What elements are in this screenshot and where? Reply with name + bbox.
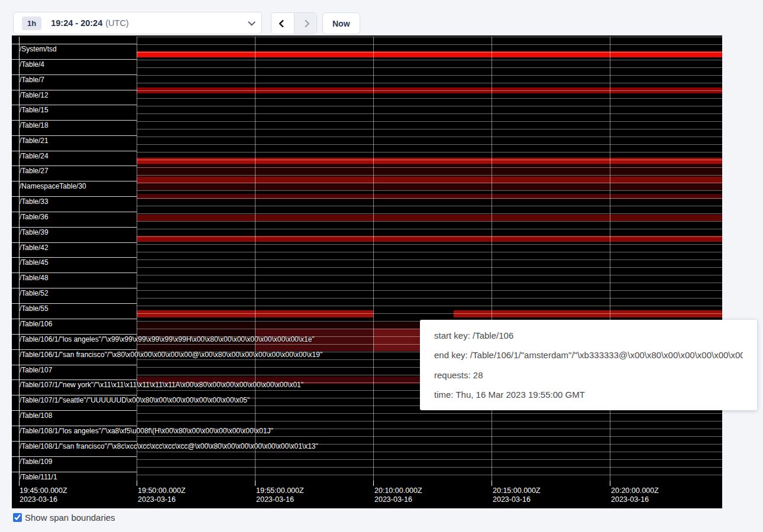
span-boundary-line — [12, 105, 137, 105]
row-label: /Table/24 — [20, 153, 49, 160]
grid-line-vertical — [255, 37, 256, 482]
range-duration-badge: 1h — [22, 17, 41, 30]
row-label: /Table/27 — [20, 167, 49, 174]
time-nav-group — [271, 12, 317, 34]
span-boundary-line — [137, 160, 722, 160]
axis-tick — [137, 481, 137, 486]
span-boundary-line — [137, 106, 722, 106]
tooltip-requests: requests: 28 — [434, 370, 743, 380]
span-boundary-line — [12, 166, 137, 166]
span-boundary-line — [137, 113, 722, 114]
span-boundary-line — [12, 288, 137, 288]
axis-label-time: 20:10:00.000Z — [374, 486, 422, 495]
tooltip-start-key: start key: /Table/106 — [434, 330, 743, 340]
row-label: /Table/21 — [20, 137, 49, 144]
span-boundary-line — [137, 221, 722, 222]
key-visualizer-canvas[interactable]: /System/tsd/Table/4/Table/7/Table/12/Tab… — [12, 35, 722, 508]
span-boundary-line — [137, 413, 722, 414]
row-label: /Table/15 — [20, 106, 49, 113]
span-boundary-line — [12, 273, 137, 273]
axis-label: 19:50:00.000Z2023-03-16 — [138, 486, 186, 504]
span-boundary-line — [137, 236, 722, 237]
span-boundary-line — [137, 267, 722, 268]
row-label: /Table/55 — [20, 305, 49, 312]
span-boundary-line — [12, 151, 137, 151]
next-range-button[interactable] — [294, 13, 316, 34]
row-label: /Table/42 — [20, 244, 49, 251]
range-timezone: (UTC) — [105, 18, 128, 28]
axis-tick — [255, 481, 256, 486]
span-boundary-line — [12, 212, 137, 212]
axis-label-time: 19:45:00.000Z — [20, 486, 67, 495]
span-boundary-line — [137, 252, 722, 252]
row-label: /Table/45 — [20, 259, 49, 266]
span-boundary-line — [12, 120, 137, 121]
axis-label: 20:10:00.000Z2023-03-16 — [374, 486, 422, 504]
axis-label-date: 2023-03-16 — [20, 495, 67, 504]
footer: Show span boundaries — [13, 512, 115, 523]
span-boundary-line — [137, 98, 722, 99]
span-boundary-line — [12, 365, 137, 365]
axis-label-date: 2023-03-16 — [493, 495, 541, 504]
axis-label-date: 2023-03-16 — [374, 495, 422, 504]
span-boundary-line — [12, 74, 137, 75]
axis-label: 19:55:00.000Z2023-03-16 — [256, 486, 304, 504]
row-label: /Table/107 — [20, 366, 52, 374]
span-boundary-line — [137, 198, 722, 199]
chevron-right-icon — [301, 19, 309, 27]
span-boundary-line — [137, 436, 722, 437]
row-label: /Table/106/1/"san francisco"/"\x80\x00\x… — [20, 351, 322, 358]
span-boundary-line — [137, 313, 722, 314]
span-boundary-line — [137, 175, 722, 176]
span-boundary-line — [137, 152, 722, 153]
span-boundary-line — [137, 90, 722, 91]
span-boundary-line — [12, 426, 137, 426]
span-boundary-line — [137, 167, 722, 168]
time-range-selector[interactable]: 1h 19:24 - 20:24 (UTC) — [13, 12, 262, 34]
row-label: /Table/39 — [20, 229, 49, 236]
span-boundary-line — [137, 183, 722, 183]
row-label: /Table/106/1/"los angeles"/"\x99\x99\x99… — [20, 336, 315, 343]
span-boundary-line — [12, 319, 137, 319]
show-span-boundaries-checkbox[interactable] — [13, 513, 22, 522]
span-boundary-line — [137, 452, 722, 452]
row-label: /Table/52 — [20, 290, 49, 297]
axis-label-time: 20:15:00.000Z — [493, 486, 541, 495]
span-boundary-line — [137, 129, 722, 129]
span-boundary-line — [137, 137, 722, 137]
span-boundary-line — [12, 181, 137, 181]
axis-tick — [373, 481, 374, 486]
row-label: /System/tsd — [20, 46, 57, 53]
span-tooltip: start key: /Table/106 end key: /Table/10… — [420, 320, 757, 410]
row-label: /Table/33 — [20, 198, 49, 205]
heat-band — [137, 158, 722, 164]
span-boundary-line — [12, 395, 137, 395]
axis-tick — [492, 481, 492, 486]
span-boundary-line — [12, 379, 137, 380]
span-boundary-line — [137, 229, 722, 229]
row-label: /Table/7 — [20, 76, 44, 83]
span-boundary-line — [12, 410, 137, 411]
span-boundary-line — [137, 190, 722, 191]
span-boundary-line — [137, 459, 722, 460]
span-boundary-line — [137, 421, 722, 421]
span-boundary-line — [12, 472, 137, 472]
row-label: /Table/111/1 — [20, 473, 57, 481]
span-boundary-line — [137, 206, 722, 206]
heat-band — [454, 310, 722, 317]
now-button[interactable]: Now — [322, 12, 360, 34]
span-boundary-line — [137, 244, 722, 245]
heatmap-plot: /System/tsd/Table/4/Table/7/Table/12/Tab… — [12, 35, 722, 508]
tooltip-end-key: end key: /Table/106/1/"amsterdam"/"\xb33… — [434, 350, 743, 360]
row-label: /Table/4 — [20, 61, 44, 68]
row-label: /Table/106 — [20, 320, 52, 327]
chevron-down-icon — [248, 18, 256, 26]
prev-range-button[interactable] — [271, 13, 294, 34]
grid-line-vertical — [137, 37, 137, 482]
span-boundary-line — [137, 275, 722, 275]
row-label: /Table/108/1/"san francisco"/"\x8c\xcc\x… — [20, 443, 318, 450]
span-boundary-line — [12, 44, 137, 44]
span-boundary-line — [137, 144, 722, 145]
axis-label-date: 2023-03-16 — [256, 495, 304, 504]
axis-tick — [610, 481, 610, 486]
